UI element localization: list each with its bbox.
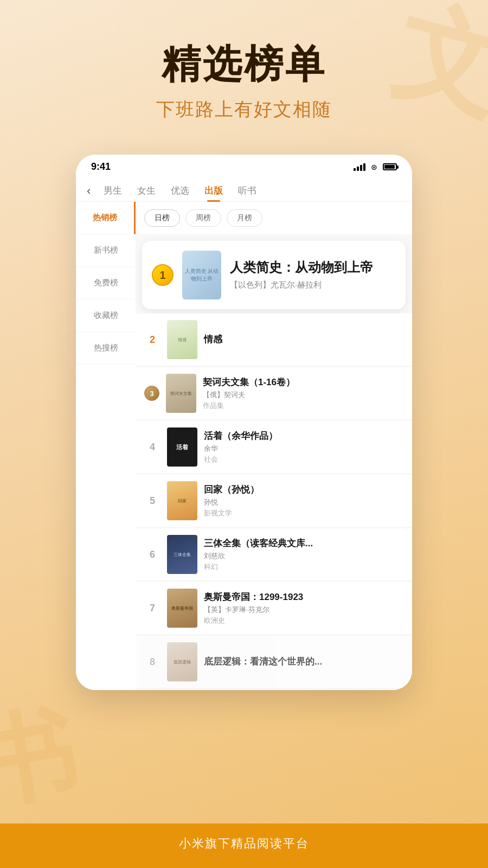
sidebar-item-search[interactable]: 热搜榜 — [76, 332, 136, 365]
book-5-genre: 影视文学 — [204, 508, 403, 518]
rank-4: 4 — [144, 442, 160, 453]
status-icons: ⊛ — [354, 163, 397, 171]
page-root: 文 书 精选榜单 下班路上有好文相随 9:41 ⊛ — [0, 0, 488, 868]
rank-8: 8 — [144, 656, 160, 668]
book-3-author: 【俄】契诃夫 — [203, 390, 403, 400]
bg-deco-2: 书 — [0, 686, 87, 832]
featured-cover-text: 人类简史 从动物到上帝 — [184, 267, 219, 283]
status-bar: 9:41 ⊛ — [76, 155, 412, 177]
book-list: 日榜 周榜 月榜 1 人类简史 从动物到上帝 人类简史：从动物到上帝 【以色列】… — [136, 202, 412, 690]
rank-1-number: 1 — [159, 269, 165, 282]
book-item-2[interactable]: 2 情感 情感 — [136, 314, 412, 366]
book-7-author: 【英】卡罗琳·芬克尔 — [204, 605, 403, 615]
book-4-title: 活着（余华作品） — [204, 430, 403, 442]
footer-bar: 小米旗下精品阅读平台 — [0, 824, 488, 868]
hero-title: 精选榜单 — [156, 43, 332, 86]
sidebar-item-collect[interactable]: 收藏榜 — [76, 299, 136, 332]
nav-tabs: ‹ 男生 女生 优选 出版 听书 — [76, 177, 412, 202]
book-8-title: 底层逻辑：看清这个世界的... — [204, 656, 403, 668]
book-4-author: 余华 — [204, 444, 403, 454]
rank-2: 2 — [144, 334, 160, 346]
rank-3-badge: 3 — [144, 386, 159, 401]
book-item-4[interactable]: 4 活着 活着（余华作品） 余华 社会 — [136, 421, 412, 474]
status-time: 9:41 — [91, 161, 111, 173]
book-6-cover: 三体全集 — [167, 535, 197, 574]
book-5-author: 孙悦 — [204, 497, 403, 507]
rank-1-badge: 1 — [152, 264, 174, 286]
book-2-meta: 情感 — [204, 334, 403, 346]
filter-pills: 日榜 周榜 月榜 — [136, 202, 412, 234]
book-5-cover: 回家 — [167, 481, 197, 520]
back-button[interactable]: ‹ — [87, 181, 96, 201]
sidebar-item-hot[interactable]: 热销榜 — [76, 202, 136, 234]
wifi-icon: ⊛ — [371, 163, 377, 171]
book-item-6[interactable]: 6 三体全集 三体全集（读客经典文库... 刘慈欣 科幻 — [136, 528, 412, 581]
book-7-title: 奥斯曼帝国：1299-1923 — [204, 591, 403, 603]
book-3-title: 契诃夫文集（1-16卷） — [203, 376, 403, 388]
featured-book-title: 人类简史：从动物到上帝 — [230, 260, 396, 276]
hero-subtitle: 下班路上有好文相随 — [156, 97, 332, 122]
book-3-meta: 契诃夫文集（1-16卷） 【俄】契诃夫 作品集 — [203, 376, 403, 411]
book-4-cover: 活着 — [167, 427, 197, 467]
book-7-meta: 奥斯曼帝国：1299-1923 【英】卡罗琳·芬克尔 欧洲史 — [204, 591, 403, 626]
tab-male[interactable]: 男生 — [96, 180, 130, 201]
book-5-meta: 回家（孙悦） 孙悦 影视文学 — [204, 484, 403, 518]
book-8-meta: 底层逻辑：看清这个世界的... — [204, 656, 403, 668]
sidebar-item-new[interactable]: 新书榜 — [76, 234, 136, 267]
footer-text: 小米旗下精品阅读平台 — [0, 835, 488, 852]
featured-card[interactable]: 1 人类简史 从动物到上帝 人类简史：从动物到上帝 【以色列】尤瓦尔·赫拉利 — [142, 241, 406, 309]
book-item-8[interactable]: 8 底层逻辑 底层逻辑：看清这个世界的... — [136, 636, 412, 688]
book-item-3[interactable]: 3 契诃夫文集 契诃夫文集（1-16卷） 【俄】契诃夫 作品集 — [136, 367, 412, 420]
sidebar-item-free[interactable]: 免费榜 — [76, 267, 136, 299]
book-2-title: 情感 — [204, 334, 403, 346]
featured-book-info: 人类简史：从动物到上帝 【以色列】尤瓦尔·赫拉利 — [230, 260, 396, 290]
book-7-genre: 欧洲史 — [204, 616, 403, 626]
pill-weekly[interactable]: 周榜 — [185, 209, 221, 227]
book-6-genre: 科幻 — [204, 562, 403, 572]
tab-female[interactable]: 女生 — [130, 180, 163, 201]
pill-daily[interactable]: 日榜 — [144, 209, 180, 227]
book-8-cover: 底层逻辑 — [167, 642, 197, 681]
book-item-7[interactable]: 7 奥斯曼帝国 奥斯曼帝国：1299-1923 【英】卡罗琳·芬克尔 欧洲史 — [136, 582, 412, 635]
book-4-genre: 社会 — [204, 455, 403, 464]
phone-mockup: 9:41 ⊛ ‹ 男生 女生 优选 出版 听书 — [76, 155, 412, 690]
tab-youxuan[interactable]: 优选 — [163, 180, 197, 201]
rank-7: 7 — [144, 603, 160, 614]
pill-monthly[interactable]: 月榜 — [227, 209, 262, 227]
book-5-title: 回家（孙悦） — [204, 484, 403, 496]
book-2-cover: 情感 — [167, 320, 197, 359]
sidebar: 热销榜 新书榜 免费榜 收藏榜 热搜榜 — [76, 202, 136, 690]
signal-icon — [354, 163, 365, 171]
book-7-cover: 奥斯曼帝国 — [167, 589, 197, 628]
tab-chuban[interactable]: 出版 — [197, 180, 230, 201]
book-6-author: 刘慈欣 — [204, 551, 403, 561]
featured-book-cover: 人类简史 从动物到上帝 — [182, 251, 221, 299]
bg-deco-1: 文 — [378, 0, 488, 147]
book-item-5[interactable]: 5 回家 回家（孙悦） 孙悦 影视文学 — [136, 475, 412, 527]
battery-icon — [383, 163, 397, 170]
main-area: 热销榜 新书榜 免费榜 收藏榜 热搜榜 日榜 周榜 月榜 1 — [76, 202, 412, 690]
hero-section: 精选榜单 下班路上有好文相随 — [156, 0, 332, 138]
book-3-genre: 作品集 — [203, 401, 403, 411]
rank-6: 6 — [144, 549, 160, 560]
rank-5: 5 — [144, 495, 160, 507]
book-3-cover: 契诃夫文集 — [166, 374, 196, 413]
featured-book-author: 【以色列】尤瓦尔·赫拉利 — [230, 280, 396, 290]
book-6-title: 三体全集（读客经典文库... — [204, 538, 403, 550]
book-6-meta: 三体全集（读客经典文库... 刘慈欣 科幻 — [204, 538, 403, 572]
book-4-meta: 活着（余华作品） 余华 社会 — [204, 430, 403, 464]
tab-tingshu[interactable]: 听书 — [230, 180, 264, 201]
